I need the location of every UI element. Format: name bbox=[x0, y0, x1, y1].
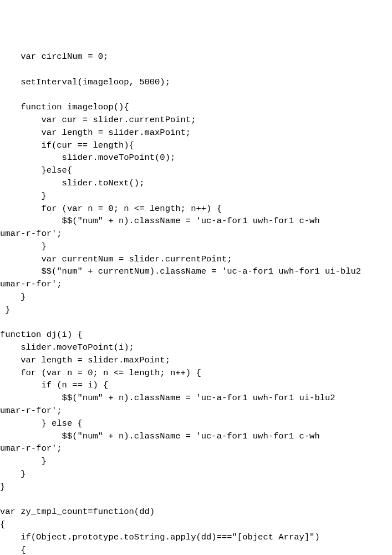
code-block: var circlNum = 0; setInterval(imageloop,… bbox=[0, 51, 392, 555]
